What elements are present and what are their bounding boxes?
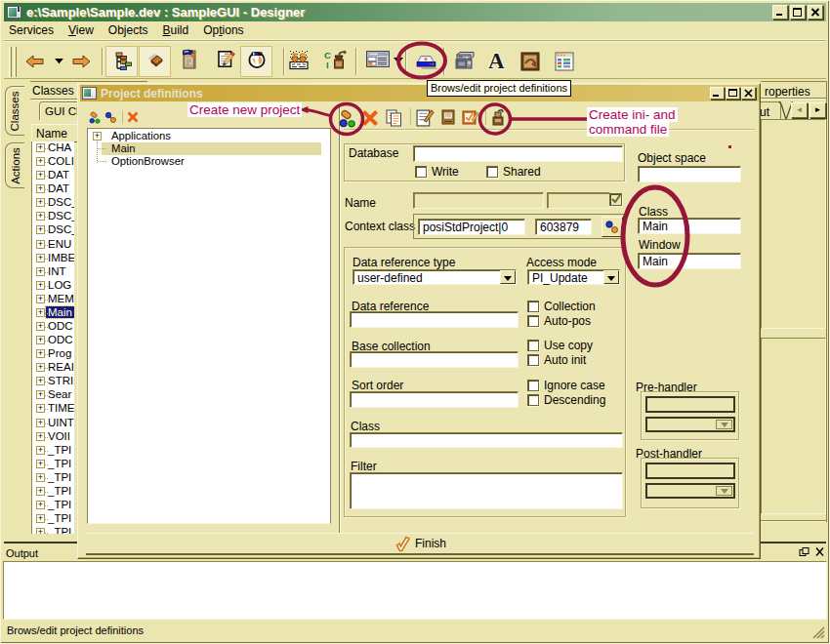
svg-text:A: A xyxy=(488,49,505,72)
svg-text:I: I xyxy=(326,60,329,70)
